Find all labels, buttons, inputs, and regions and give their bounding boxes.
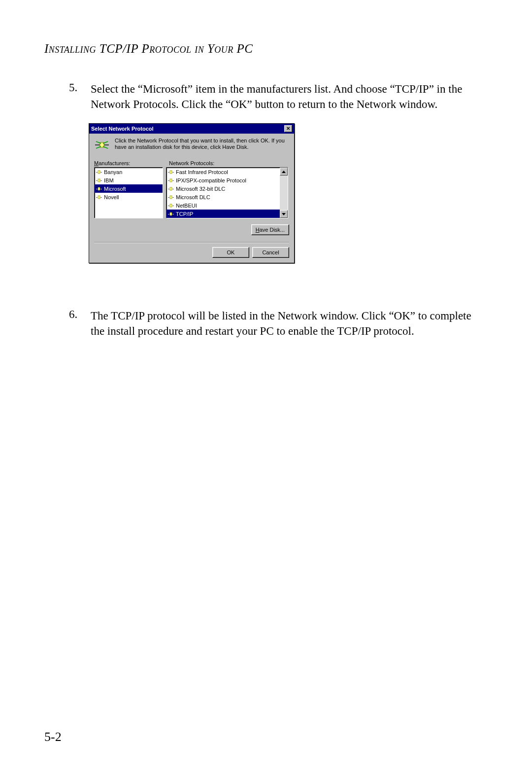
- network-protocol-icon: [94, 138, 110, 151]
- svg-rect-15: [98, 187, 100, 190]
- step-5-text: Select the “Microsoft” item in the manuf…: [91, 81, 475, 112]
- manufacturer-label: Novell: [104, 194, 119, 200]
- protocol-item-tcpip[interactable]: TCP/IP: [166, 210, 288, 218]
- protocol-item-icon: [96, 186, 102, 192]
- manufacturer-label: Microsoft: [104, 186, 126, 192]
- svg-rect-20: [172, 172, 174, 173]
- protocol-item-icon: [167, 211, 174, 217]
- protocol-label: TCP/IP: [176, 211, 193, 217]
- svg-rect-12: [98, 179, 100, 182]
- protocol-item-icon: [96, 177, 102, 183]
- svg-rect-31: [168, 206, 169, 206]
- protocol-item-32bit-dlc[interactable]: Microsoft 32-bit DLC: [166, 184, 288, 193]
- protocol-label: IPX/SPX-compatible Protocol: [176, 177, 246, 183]
- svg-rect-18: [98, 196, 100, 199]
- protocol-label: Fast Infrared Protocol: [176, 169, 228, 175]
- list-labels-row: Manufacturers: Network Protocols:: [94, 160, 289, 166]
- manufacturer-item-novell[interactable]: Novell: [95, 193, 163, 201]
- protocol-label: Microsoft DLC: [176, 194, 210, 200]
- protocol-item-icon: [167, 186, 174, 192]
- protocols-scrollbar[interactable]: [280, 168, 288, 218]
- svg-rect-29: [172, 197, 174, 198]
- svg-rect-19: [168, 172, 169, 173]
- svg-rect-8: [100, 172, 102, 173]
- step-6-number: 6.: [69, 308, 89, 321]
- arrow-down-icon: [282, 213, 286, 215]
- svg-rect-23: [172, 180, 174, 181]
- dialog-title: Select Network Protocol: [91, 126, 154, 132]
- manufacturer-item-banyan[interactable]: Banyan: [95, 168, 163, 176]
- protocol-item-netbeui[interactable]: NetBEUI: [166, 201, 288, 210]
- svg-rect-35: [172, 214, 174, 214]
- svg-rect-17: [100, 197, 102, 198]
- svg-rect-28: [168, 197, 169, 198]
- have-disk-row: Have Disk...: [94, 224, 289, 235]
- svg-rect-30: [170, 196, 172, 199]
- svg-rect-7: [96, 172, 98, 173]
- step-5-number: 5.: [69, 81, 89, 94]
- scroll-up-button[interactable]: [280, 168, 288, 176]
- cancel-button[interactable]: Cancel: [252, 247, 289, 258]
- manufacturer-item-ibm[interactable]: IBM: [95, 176, 163, 184]
- protocol-item-icon: [167, 194, 174, 200]
- svg-rect-25: [168, 189, 169, 189]
- protocols-wrap: Fast Infrared Protocol IPX/SPX-compatibl…: [166, 167, 288, 218]
- manufacturers-label: Manufacturers:: [94, 160, 163, 166]
- svg-rect-10: [96, 180, 98, 181]
- ok-button[interactable]: OK: [212, 247, 249, 258]
- step-5: 5. Select the “Microsoft” item in the ma…: [69, 81, 488, 112]
- svg-rect-32: [172, 206, 174, 206]
- have-disk-button[interactable]: Have Disk...: [251, 224, 289, 235]
- dialog-buttons-row: OK Cancel: [94, 247, 289, 258]
- arrow-up-icon: [282, 171, 286, 173]
- dialog-info-row: Click the Network Protocol that you want…: [94, 138, 289, 151]
- manufacturer-item-microsoft[interactable]: Microsoft: [95, 184, 163, 193]
- protocol-item-fast-infrared[interactable]: Fast Infrared Protocol: [166, 168, 288, 176]
- manufacturer-label: IBM: [104, 177, 114, 183]
- dialog-titlebar: Select Network Protocol ✕: [89, 124, 294, 134]
- network-protocols-label: Network Protocols:: [169, 160, 214, 166]
- svg-rect-36: [170, 212, 172, 215]
- protocol-item-icon: [167, 169, 174, 175]
- step-6: 6. The TCP/IP protocol will be listed in…: [69, 308, 488, 339]
- lists-row: Banyan IBM Microsoft Novell: [94, 167, 289, 218]
- svg-rect-24: [170, 179, 172, 182]
- protocol-item-icon: [96, 194, 102, 200]
- dialog-body: Click the Network Protocol that you want…: [89, 134, 294, 263]
- svg-rect-27: [170, 187, 172, 190]
- svg-rect-21: [170, 171, 172, 174]
- svg-rect-34: [168, 214, 169, 214]
- step-6-text: The TCP/IP protocol will be listed in th…: [91, 308, 475, 339]
- scroll-down-button[interactable]: [280, 210, 288, 218]
- svg-rect-14: [100, 189, 102, 189]
- scroll-track[interactable]: [280, 176, 288, 210]
- protocol-item-ipx-spx[interactable]: IPX/SPX-compatible Protocol: [166, 176, 288, 184]
- svg-rect-33: [170, 204, 172, 207]
- network-protocols-listbox[interactable]: Fast Infrared Protocol IPX/SPX-compatibl…: [166, 167, 288, 218]
- protocol-item-icon: [167, 177, 174, 183]
- svg-rect-22: [168, 180, 169, 181]
- svg-rect-0: [95, 144, 100, 145]
- select-network-protocol-dialog: Select Network Protocol ✕ Click the Netw…: [89, 123, 295, 263]
- page-heading: Installing TCP/IP Protocol in Your PC: [44, 42, 253, 56]
- svg-rect-16: [96, 197, 98, 198]
- protocol-label: NetBEUI: [176, 203, 197, 209]
- svg-rect-11: [100, 180, 102, 181]
- close-button[interactable]: ✕: [284, 125, 292, 132]
- svg-rect-13: [96, 189, 98, 189]
- svg-rect-26: [172, 189, 174, 189]
- manufacturer-label: Banyan: [104, 169, 122, 175]
- page-number: 5-2: [44, 730, 62, 744]
- protocol-item-icon: [96, 169, 102, 175]
- svg-rect-1: [104, 144, 109, 145]
- protocol-item-ms-dlc[interactable]: Microsoft DLC: [166, 193, 288, 201]
- protocol-label: Microsoft 32-bit DLC: [176, 186, 225, 192]
- close-icon: ✕: [286, 126, 290, 131]
- manufacturers-listbox[interactable]: Banyan IBM Microsoft Novell: [94, 167, 163, 218]
- dialog-divider: [94, 242, 289, 243]
- dialog-info-text: Click the Network Protocol that you want…: [115, 138, 289, 150]
- svg-rect-9: [98, 171, 100, 174]
- protocol-item-icon: [167, 203, 174, 209]
